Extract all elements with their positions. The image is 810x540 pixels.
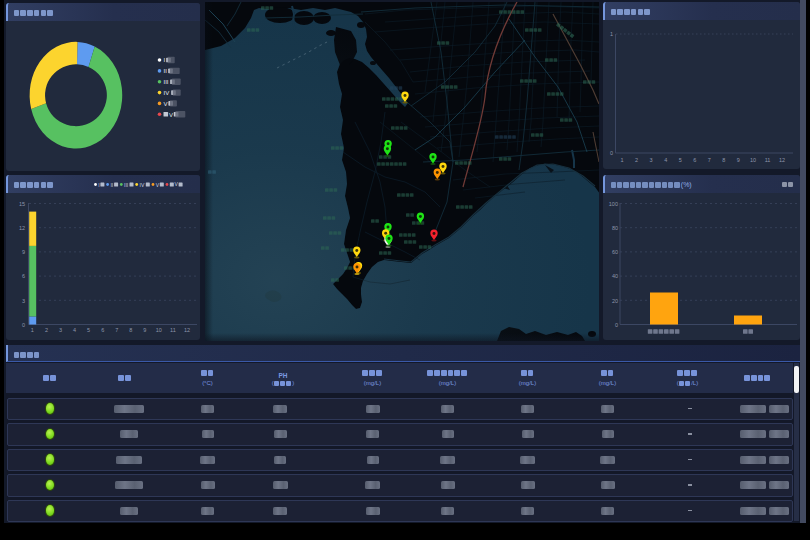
svg-text:V: V: [175, 181, 179, 187]
svg-text:IV: IV: [164, 90, 170, 96]
svg-text:5: 5: [87, 327, 90, 333]
svg-text:I: I: [98, 182, 99, 188]
svg-text:3: 3: [22, 298, 25, 304]
svg-text:5: 5: [679, 157, 682, 163]
svg-text:8: 8: [722, 157, 725, 163]
svg-text:12: 12: [19, 225, 25, 231]
svg-text:6: 6: [101, 327, 104, 333]
svg-text:0: 0: [610, 150, 613, 156]
svg-text:1: 1: [620, 157, 623, 163]
svg-text:9: 9: [143, 327, 146, 333]
svg-text:11: 11: [170, 327, 176, 333]
svg-text:V: V: [164, 101, 168, 107]
svg-text:20: 20: [612, 298, 618, 304]
svg-text:V: V: [169, 112, 173, 118]
svg-text:10: 10: [750, 157, 756, 163]
svg-text:60: 60: [612, 249, 618, 255]
svg-text:4: 4: [664, 157, 667, 163]
svg-text:3: 3: [59, 327, 62, 333]
svg-text:0: 0: [22, 322, 25, 328]
svg-text:40: 40: [612, 273, 618, 279]
svg-text:80: 80: [612, 225, 618, 231]
svg-text:4: 4: [73, 327, 76, 333]
svg-text:0: 0: [615, 322, 618, 328]
svg-text:10: 10: [156, 327, 162, 333]
svg-text:100: 100: [609, 201, 618, 207]
svg-text:2: 2: [635, 157, 638, 163]
svg-text:II: II: [110, 182, 113, 188]
svg-text:12: 12: [184, 327, 190, 333]
svg-text:III: III: [164, 79, 169, 85]
svg-text:11: 11: [765, 157, 771, 163]
svg-text:3: 3: [650, 157, 653, 163]
svg-text:9: 9: [737, 157, 740, 163]
svg-text:I: I: [164, 57, 166, 63]
svg-text:II: II: [164, 68, 168, 74]
svg-text:1: 1: [610, 31, 613, 37]
svg-text:12: 12: [779, 157, 785, 163]
svg-text:15: 15: [19, 201, 25, 207]
svg-text:IV: IV: [140, 182, 145, 188]
svg-text:2: 2: [45, 327, 48, 333]
svg-text:9: 9: [22, 249, 25, 255]
svg-text:7: 7: [708, 157, 711, 163]
svg-text:III: III: [124, 182, 128, 188]
svg-text:7: 7: [115, 327, 118, 333]
svg-text:1: 1: [31, 327, 34, 333]
svg-text:6: 6: [693, 157, 696, 163]
svg-text:8: 8: [129, 327, 132, 333]
svg-text:V: V: [156, 182, 160, 188]
svg-text:6: 6: [22, 273, 25, 279]
